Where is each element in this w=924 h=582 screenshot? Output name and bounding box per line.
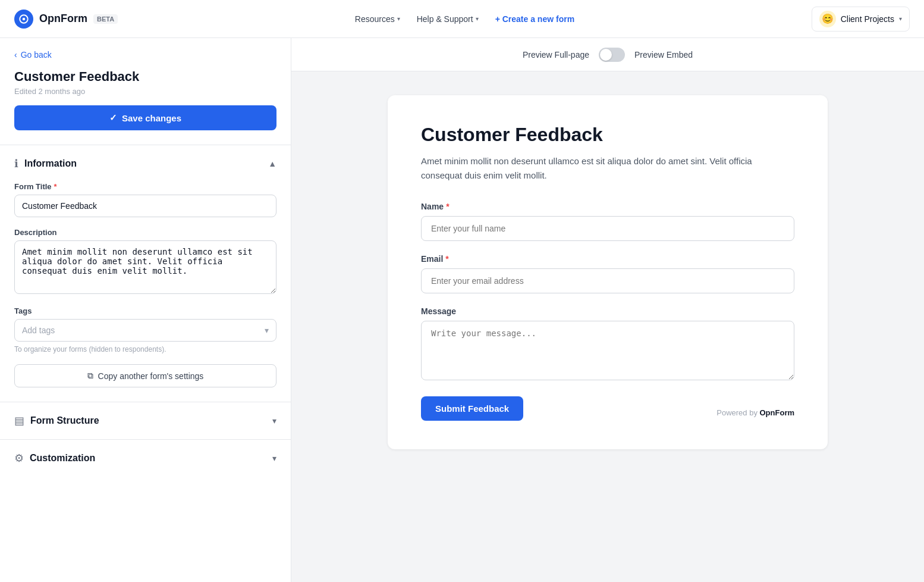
form-structure-title: Form Structure xyxy=(30,415,99,426)
workspace-selector[interactable]: 😊 Client Projects ▾ xyxy=(812,7,910,32)
tags-placeholder: Add tags xyxy=(22,326,55,335)
checkmark-icon: ✓ xyxy=(109,112,117,123)
form-title-heading: Customer Feedback xyxy=(14,69,276,85)
preview-panel: Preview Full-page Preview Embed Customer… xyxy=(291,38,924,582)
description-input[interactable]: Amet minim mollit non deserunt ullamco e… xyxy=(14,240,276,294)
form-title-input[interactable] xyxy=(14,195,276,217)
customization-accordion-header[interactable]: ⚙ Customization ▾ xyxy=(0,440,291,477)
required-star: * xyxy=(54,182,57,191)
chevron-left-icon: ‹ xyxy=(14,50,17,60)
email-field-group: Email * xyxy=(421,254,794,293)
tags-hint: To organize your forms (hidden to respon… xyxy=(14,345,276,353)
svg-point-1 xyxy=(23,17,26,20)
form-structure-accordion-header[interactable]: ▤ Form Structure ▾ xyxy=(0,402,291,439)
form-title-label: Form Title * xyxy=(14,182,276,191)
toggle-thumb xyxy=(600,49,612,61)
preview-top-bar: Preview Full-page Preview Embed xyxy=(291,38,924,71)
powered-by: Powered by OpnForm xyxy=(716,408,794,417)
chevron-down-icon: ▾ xyxy=(397,15,400,22)
preview-toggle[interactable] xyxy=(599,48,625,62)
preview-embed-label: Preview Embed xyxy=(634,50,693,60)
header-right: 😊 Client Projects ▾ xyxy=(812,7,910,32)
form-edited-label: Edited 2 months ago xyxy=(14,87,276,96)
message-label: Message xyxy=(421,306,794,316)
sidebar: ‹ Go back Customer Feedback Edited 2 mon… xyxy=(0,38,291,582)
preview-full-page-label: Preview Full-page xyxy=(523,50,589,60)
workspace-name: Client Projects xyxy=(841,14,894,24)
preview-content: Customer Feedback Amet minim mollit non … xyxy=(291,71,924,473)
logo-area: OpnForm BETA xyxy=(14,10,118,29)
customization-title: Customization xyxy=(30,453,95,464)
customization-icon: ⚙ xyxy=(14,452,24,465)
name-field-group: Name * xyxy=(421,202,794,241)
message-field-group: Message xyxy=(421,306,794,382)
description-field-group: Description Amet minim mollit non deseru… xyxy=(14,228,276,296)
logo-icon xyxy=(14,10,33,29)
chevron-down-icon: ▾ xyxy=(476,15,479,22)
message-input[interactable] xyxy=(421,321,794,380)
information-body: Form Title * Description Amet minim moll… xyxy=(0,182,291,402)
form-structure-icon: ▤ xyxy=(14,414,24,427)
chevron-down-icon: ▾ xyxy=(899,15,902,22)
beta-badge: BETA xyxy=(93,14,118,24)
name-label: Name * xyxy=(421,202,794,211)
save-changes-button[interactable]: ✓ Save changes xyxy=(14,105,276,130)
required-star: * xyxy=(446,202,449,211)
form-card-title: Customer Feedback xyxy=(421,124,794,146)
main-nav: Resources ▾ Help & Support ▾ + Create a … xyxy=(355,14,574,24)
description-label: Description xyxy=(14,228,276,237)
form-card-desc: Amet minim mollit non deserunt ullamco e… xyxy=(421,154,794,183)
copy-settings-button[interactable]: ⧉ Copy another form's settings xyxy=(14,364,276,387)
required-star: * xyxy=(445,254,448,264)
info-circle-icon: ℹ xyxy=(14,157,18,170)
information-section: ℹ Information ▲ Form Title * Description… xyxy=(0,145,291,402)
chevron-down-icon: ▾ xyxy=(272,416,276,425)
customization-section: ⚙ Customization ▾ xyxy=(0,439,291,477)
main-layout: ‹ Go back Customer Feedback Edited 2 mon… xyxy=(0,38,924,582)
submit-feedback-button[interactable]: Submit Feedback xyxy=(421,396,523,421)
copy-icon: ⧉ xyxy=(87,371,93,381)
tags-select[interactable]: Add tags ▾ xyxy=(14,319,276,342)
go-back-button[interactable]: ‹ Go back xyxy=(14,50,276,60)
form-structure-section: ▤ Form Structure ▾ xyxy=(0,402,291,439)
sidebar-top: ‹ Go back Customer Feedback Edited 2 mon… xyxy=(0,38,291,145)
create-new-form-button[interactable]: + Create a new form xyxy=(495,14,574,24)
nav-resources[interactable]: Resources ▾ xyxy=(355,14,400,24)
chevron-up-icon: ▲ xyxy=(268,159,276,168)
workspace-avatar: 😊 xyxy=(819,11,836,27)
form-title-field-group: Form Title * xyxy=(14,182,276,217)
form-card-footer: Submit Feedback Powered by OpnForm xyxy=(421,396,794,421)
email-label: Email * xyxy=(421,254,794,264)
chevron-down-icon: ▾ xyxy=(265,326,269,335)
main-header: OpnForm BETA Resources ▾ Help & Support … xyxy=(0,0,924,38)
tags-label: Tags xyxy=(14,306,276,315)
form-card: Customer Feedback Amet minim mollit non … xyxy=(388,95,828,449)
chevron-down-icon: ▾ xyxy=(272,453,276,463)
logo-text: OpnForm xyxy=(39,12,87,25)
email-input[interactable] xyxy=(421,268,794,293)
nav-help-support[interactable]: Help & Support ▾ xyxy=(417,14,479,24)
tags-field-group: Tags Add tags ▾ To organize your forms (… xyxy=(14,306,276,353)
information-accordion-header[interactable]: ℹ Information ▲ xyxy=(0,145,291,182)
name-input[interactable] xyxy=(421,216,794,241)
information-title: Information xyxy=(24,158,77,169)
